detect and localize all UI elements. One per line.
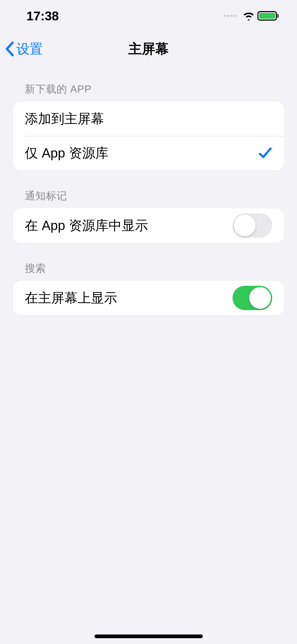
wifi-icon xyxy=(243,11,255,20)
option-label: 仅 App 资源库 xyxy=(25,144,109,162)
status-bar: 17:38 xyxy=(0,0,297,32)
group-new-apps: 添加到主屏幕 仅 App 资源库 xyxy=(13,102,284,170)
section-header-badges: 通知标记 xyxy=(0,189,297,208)
option-app-library-only[interactable]: 仅 App 资源库 xyxy=(13,136,284,170)
group-search: 在主屏幕上显示 xyxy=(13,281,284,315)
nav-bar: 设置 主屏幕 xyxy=(0,32,297,66)
toggle-show-in-app-library[interactable] xyxy=(233,213,272,238)
row-label: 在主屏幕上显示 xyxy=(25,289,117,307)
option-label: 添加到主屏幕 xyxy=(25,110,104,128)
option-add-to-home[interactable]: 添加到主屏幕 xyxy=(13,102,284,136)
section-header-search: 搜索 xyxy=(0,261,297,281)
signal-dots-icon xyxy=(224,15,236,17)
toggle-show-on-home-screen[interactable] xyxy=(233,286,272,310)
back-button[interactable]: 设置 xyxy=(5,40,43,58)
row-show-in-app-library: 在 App 资源库中显示 xyxy=(13,208,284,243)
checkmark-icon xyxy=(258,146,272,160)
content: 新下载的 APP 添加到主屏幕 仅 App 资源库 通知标记 在 App 资源库… xyxy=(0,66,297,315)
status-time: 17:38 xyxy=(26,9,59,23)
group-badges: 在 App 资源库中显示 xyxy=(13,208,284,243)
row-show-on-home-screen: 在主屏幕上显示 xyxy=(13,281,284,315)
home-indicator xyxy=(95,634,203,638)
page-title: 主屏幕 xyxy=(0,40,297,58)
battery-icon xyxy=(257,11,279,21)
row-label: 在 App 资源库中显示 xyxy=(25,217,148,234)
back-label: 设置 xyxy=(16,40,43,58)
status-right xyxy=(224,11,279,21)
chevron-left-icon xyxy=(5,41,15,57)
section-header-new-apps: 新下载的 APP xyxy=(0,82,297,102)
